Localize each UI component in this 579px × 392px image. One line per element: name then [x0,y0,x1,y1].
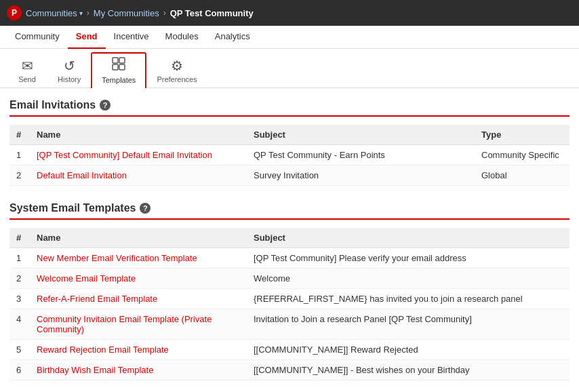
nav-community[interactable]: Community [7,26,68,49]
table-row: 2 Welcome Email Template Welcome [9,269,570,289]
row-name: Default Email Invitation [30,165,247,186]
row-name: Reward Rejection Email Template [30,340,247,360]
history-icon: ↺ [64,58,75,74]
row-subject: Welcome [247,269,570,289]
row-name: Birthday Wish Email Template [30,360,247,380]
nav-analytics[interactable]: Analytics [207,26,258,49]
email-invitations-table: # Name Subject Type 1 [QP Test Community… [9,125,570,186]
communities-dropdown-arrow[interactable]: ▾ [79,9,83,17]
breadcrumb-sep-2: › [163,8,166,18]
col-header-type: Type [475,125,570,145]
subnav-templates-label: Templates [102,76,136,84]
email-invitations-header-row: # Name Subject Type [9,125,570,145]
sub-nav: ✉ Send ↺ History Templates ⚙ Preferences [0,49,579,88]
system-templates-section-title: System Email Templates ? [9,202,570,220]
templates-icon [111,56,126,75]
row-num: 1 [9,248,30,269]
table-row: 2 Default Email Invitation Survey Invita… [9,165,570,186]
system-templates-header-row: # Name Subject [9,228,570,248]
sys-name-link[interactable]: Birthday Wish Email Template [37,365,153,375]
sys-col-header-name: Name [30,228,247,248]
nav-modules[interactable]: Modules [157,26,207,49]
sys-name-link[interactable]: Refer-A-Friend Email Template [37,294,157,304]
sys-col-header-num: # [9,228,30,248]
subnav-send-label: Send [18,75,36,83]
row-subject: Invitation to Join a research Panel [QP … [247,309,570,340]
main-nav: Community Send Incentive Modules Analyti… [0,26,579,49]
row-num: 4 [9,309,30,340]
row-name: Community Invitaion Email Template (Priv… [30,309,247,340]
svg-rect-0 [113,58,118,63]
row-name: Welcome Email Template [30,269,247,289]
svg-rect-3 [119,64,125,70]
row-type: Global [475,165,570,186]
table-row: 3 Refer-A-Friend Email Template {REFERRA… [9,289,570,309]
email-invitations-title: Email Invitations [9,99,96,111]
app-logo: P [7,5,22,20]
row-subject: QP Test Community - Earn Points [247,145,475,165]
content-area: Email Invitations ? # Name Subject Type … [0,88,579,392]
preferences-icon: ⚙ [171,58,183,74]
svg-rect-2 [113,64,118,70]
inv-name-link[interactable]: [QP Test Community] Default Email Invita… [37,150,212,160]
subnav-preferences-label: Preferences [157,75,197,83]
row-subject: [[COMMUNITY_NAME]] - Best wishes on your… [247,360,570,380]
table-row: 5 Reward Rejection Email Template [[COMM… [9,340,570,360]
nav-incentive[interactable]: Incentive [106,26,157,49]
table-row: 6 Birthday Wish Email Template [[COMMUNI… [9,360,570,380]
row-subject: {REFERRAL_FIRST_NAME} has invited you to… [247,289,570,309]
breadcrumb-sep-1: › [87,8,89,18]
row-num: 1 [9,145,30,165]
nav-send[interactable]: Send [68,26,106,49]
subnav-templates[interactable]: Templates [91,52,146,88]
col-header-subject: Subject [247,125,475,145]
sys-name-link[interactable]: Community Invitaion Email Template (Priv… [37,314,212,334]
sys-name-link[interactable]: Welcome Email Template [37,273,136,283]
subnav-history-label: History [58,75,81,83]
row-name: [QP Test Community] Default Email Invita… [30,145,247,165]
row-num: 6 [9,360,30,380]
subnav-send[interactable]: ✉ Send [7,54,47,87]
row-name: New Member Email Verification Template [30,248,247,269]
subnav-preferences[interactable]: ⚙ Preferences [146,54,207,87]
table-row: 4 Community Invitaion Email Template (Pr… [9,309,570,340]
row-num: 5 [9,340,30,360]
row-type: Community Specific [475,145,570,165]
system-templates-table: # Name Subject 1 New Member Email Verifi… [9,228,570,380]
breadcrumb-communities[interactable]: Communities [26,8,77,18]
col-header-name: Name [30,125,247,145]
row-subject: [[COMMUNITY_NAME]] Reward Rejected [247,340,570,360]
row-num: 2 [9,269,30,289]
row-name: Refer-A-Friend Email Template [30,289,247,309]
breadcrumb: Communities ▾ › My Communities › QP Test… [26,8,254,18]
sys-col-header-subject: Subject [247,228,570,248]
col-header-num: # [9,125,30,145]
system-templates-title: System Email Templates [9,202,136,214]
row-subject: Survey Invitation [247,165,475,186]
email-invitations-section-title: Email Invitations ? [9,99,570,117]
email-invitations-help-icon[interactable]: ? [100,100,111,111]
svg-rect-1 [119,58,125,63]
system-templates-help-icon[interactable]: ? [140,203,151,214]
row-num: 2 [9,165,30,186]
table-row: 1 [QP Test Community] Default Email Invi… [9,145,570,165]
top-bar: P Communities ▾ › My Communities › QP Te… [0,0,579,26]
breadcrumb-current: QP Test Community [170,8,254,18]
send-icon: ✉ [22,58,33,74]
inv-name-link[interactable]: Default Email Invitation [37,170,127,180]
sys-name-link[interactable]: New Member Email Verification Template [37,253,197,263]
subnav-history[interactable]: ↺ History [47,54,91,87]
row-num: 3 [9,289,30,309]
row-subject: [QP Test Community] Please verify your e… [247,248,570,269]
table-row: 1 New Member Email Verification Template… [9,248,570,269]
breadcrumb-my-communities[interactable]: My Communities [94,8,159,18]
sys-name-link[interactable]: Reward Rejection Email Template [37,345,169,355]
